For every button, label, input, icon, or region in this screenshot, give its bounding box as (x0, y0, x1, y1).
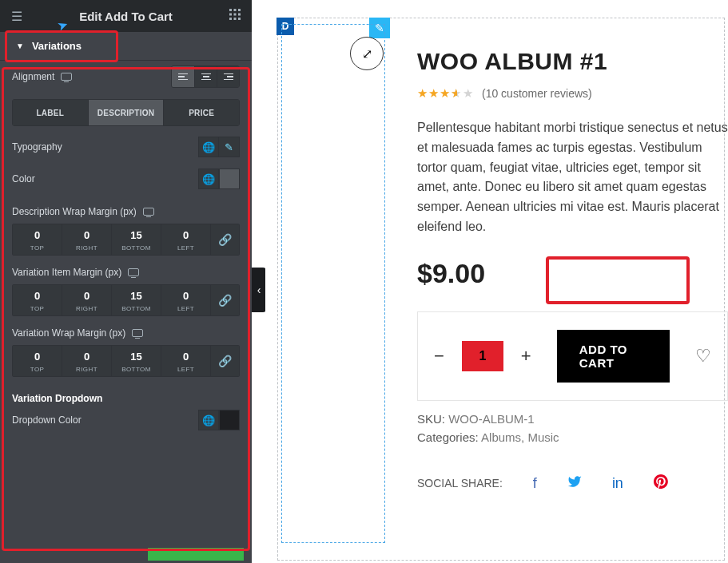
dropdown-color-label: Dropdown Color (12, 414, 82, 426)
margin-left-input[interactable] (161, 229, 210, 241)
pinterest-icon[interactable] (654, 474, 668, 493)
social-share: SOCIAL SHARE: f in (417, 474, 728, 493)
margin-right-input[interactable] (62, 290, 111, 302)
margin-left-input[interactable] (161, 290, 210, 302)
quantity-stepper: − 1 + (434, 341, 531, 371)
align-center-button[interactable] (194, 66, 217, 87)
margin-top-input[interactable] (13, 229, 62, 241)
svg-rect-8 (238, 18, 241, 20)
review-count[interactable]: (10 customer reviews) (482, 87, 592, 100)
tab-price[interactable]: PRICE (163, 100, 239, 125)
linkedin-icon[interactable]: in (612, 475, 623, 492)
color-swatch[interactable] (219, 410, 240, 430)
desc-wrap-margin: TOP RIGHT BOTTOM LEFT 🔗 (12, 224, 240, 256)
tab-description[interactable]: DESCRIPTION (88, 100, 164, 125)
item-margin-title: Variation Item Margin (px) (12, 267, 240, 278)
responsive-icon[interactable] (128, 268, 139, 276)
item-margin: TOP RIGHT BOTTOM LEFT 🔗 (12, 284, 240, 316)
qty-value[interactable]: 1 (462, 341, 503, 371)
svg-rect-4 (234, 14, 237, 16)
apps-icon[interactable] (226, 8, 244, 24)
facebook-icon[interactable]: f (533, 475, 537, 492)
product-meta: SKU: WOO-ALBUM-1 Categories: Albums, Mus… (417, 412, 728, 444)
alignment-control: Alignment (12, 61, 240, 93)
margin-top-input[interactable] (13, 351, 62, 363)
svg-rect-7 (234, 18, 237, 20)
rating-row: ★★★★★★ (10 customer reviews) (417, 86, 728, 101)
product-title: WOO ALBUM #1 (417, 48, 728, 75)
caret-down-icon: ▼ (16, 42, 24, 50)
margin-bottom-input[interactable] (112, 351, 161, 363)
panel-header: ☰ Edit Add To Cart (0, 0, 252, 32)
cart-row: − 1 + ADD TO CART ♡ (417, 311, 728, 401)
editor-panel: ☰ Edit Add To Cart ➤ ▼ Variations Alignm… (0, 0, 252, 563)
twitter-icon[interactable] (567, 474, 582, 493)
product-price: $9.00 (417, 258, 728, 289)
tab-label[interactable]: LABEL (13, 100, 88, 125)
margin-top-input[interactable] (13, 290, 62, 302)
product-summary: WOO ALBUM #1 ★★★★★★ (10 customer reviews… (417, 48, 728, 493)
margin-right-input[interactable] (62, 229, 111, 241)
link-values-icon[interactable]: 🔗 (211, 224, 240, 256)
dropdown-color-control: Dropdown Color 🌐 (12, 404, 240, 436)
svg-rect-2 (238, 9, 241, 11)
svg-rect-3 (229, 14, 232, 16)
align-left-button[interactable] (172, 66, 194, 87)
margin-right-input[interactable] (62, 351, 111, 363)
category-link[interactable]: Albums (481, 430, 521, 444)
sku-label: SKU: (417, 412, 445, 426)
svg-rect-6 (229, 18, 232, 20)
menu-icon[interactable]: ☰ (8, 9, 26, 24)
var-wrap-margin: TOP RIGHT BOTTOM LEFT 🔗 (12, 345, 240, 377)
sku-value: WOO-ALBUM-1 (448, 412, 535, 426)
panel-title: Edit Add To Cart (26, 10, 226, 23)
panel-body: Alignment LABEL DESCRIPTION PRICE Typogr… (0, 61, 252, 448)
color-label: Color (12, 173, 35, 184)
categories-label: Categories: (417, 430, 479, 444)
wishlist-icon[interactable]: ♡ (695, 346, 711, 367)
globe-icon[interactable]: 🌐 (198, 410, 219, 430)
svg-rect-5 (238, 14, 241, 16)
typography-label: Typography (12, 141, 62, 153)
preview-canvas: D ✎ ⤢ WOO ALBUM #1 ★★★★★★ (10 customer r… (265, 0, 728, 563)
variation-dropdown-heading: Variation Dropdown (12, 393, 240, 404)
color-control: Color 🌐 (12, 163, 240, 195)
link-values-icon[interactable]: 🔗 (211, 345, 240, 377)
margin-left-input[interactable] (161, 351, 210, 363)
svg-rect-1 (234, 9, 237, 11)
link-values-icon[interactable]: 🔗 (211, 284, 240, 316)
add-to-cart-button[interactable]: ADD TO CART (557, 330, 670, 383)
desc-wrap-margin-title: Description Wrap Margin (px) (12, 206, 240, 217)
section-title: Variations (32, 40, 82, 52)
typography-control: Typography 🌐 ✎ (12, 131, 240, 163)
svg-rect-0 (229, 9, 232, 11)
qty-plus-button[interactable]: + (521, 346, 531, 367)
responsive-icon[interactable] (143, 208, 154, 216)
share-label: SOCIAL SHARE: (417, 477, 503, 490)
responsive-icon[interactable] (61, 73, 72, 81)
alignment-buttons (171, 65, 240, 88)
qty-minus-button[interactable]: − (434, 346, 444, 367)
product-image-column[interactable] (281, 24, 385, 543)
product-description: Pellentesque habitant morbi tristique se… (417, 118, 728, 237)
margin-bottom-input[interactable] (112, 229, 161, 241)
margin-bottom-input[interactable] (112, 290, 161, 302)
align-right-button[interactable] (217, 66, 239, 87)
globe-icon[interactable]: 🌐 (198, 169, 219, 189)
star-rating-icon: ★★★★★★ (417, 86, 474, 101)
update-button[interactable] (148, 548, 244, 561)
panel-collapse-button[interactable]: ‹ (252, 268, 266, 312)
globe-icon[interactable]: 🌐 (198, 137, 219, 157)
responsive-icon[interactable] (132, 329, 143, 337)
var-wrap-margin-title: Variation Wrap Margin (px) (12, 327, 240, 339)
color-swatch[interactable] (219, 169, 240, 189)
edit-icon[interactable]: ✎ (219, 137, 240, 157)
section-variations[interactable]: ▼ Variations (0, 32, 252, 61)
category-link[interactable]: Music (527, 430, 559, 444)
expand-icon[interactable]: ⤢ (350, 37, 384, 70)
alignment-label: Alignment (12, 71, 54, 82)
variation-tabs: LABEL DESCRIPTION PRICE (12, 99, 240, 126)
